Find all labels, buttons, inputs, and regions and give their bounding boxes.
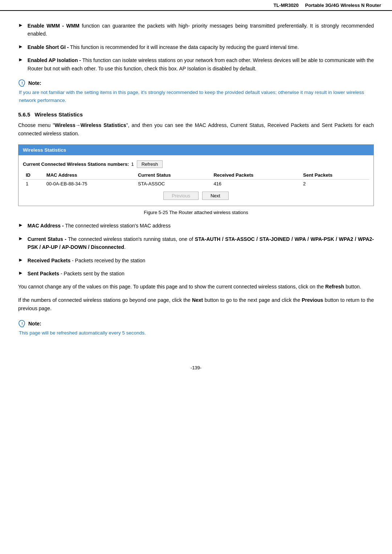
bullet-mac-bold: MAC Address - (28, 223, 64, 229)
bullet-short-gi: ► Enable Short GI - This function is rec… (18, 43, 374, 51)
bullet-text-wmm: Enable WMM - WMM function can guarantee … (28, 22, 374, 38)
bullet-received-packets: ► Received Packets - Packets received by… (18, 257, 374, 264)
bullet-arrow-ap-isolation: ► (18, 57, 23, 62)
previous-button[interactable]: Previous (163, 192, 199, 200)
ws-table-header-row: ID MAC Address Current Status Received P… (23, 171, 369, 180)
note2-icon (18, 320, 26, 328)
header-title: Portable 3G/4G Wireless N Router (305, 3, 381, 8)
bullet-sent-bold: Sent Packets (28, 271, 59, 276)
bullet-sent-packets: ► Sent Packets - Packets sent by the sta… (18, 270, 374, 278)
bullet-mac-address: ► MAC Address - The connected wireless s… (18, 222, 374, 230)
table-cell: 00-0A-EB-88-34-75 (44, 180, 135, 188)
bullet-text-mac: MAC Address - The connected wireless sta… (28, 222, 171, 230)
ws-connected-label: Current Connected Wireless Stations numb… (23, 161, 129, 167)
bullet-arrow-received: ► (18, 257, 23, 263)
ws-col-mac: MAC Address (44, 171, 135, 180)
bullet-wmm-bold: Enable WMM - WMM (28, 23, 79, 29)
svg-point-1 (22, 84, 23, 85)
note1-label: Note: (18, 79, 374, 87)
bullet-current-status: ► Current Status - The connected wireles… (18, 235, 374, 251)
bullet-status-bold: Current Status - (28, 236, 66, 242)
para2: If the numbers of connected wireless sta… (18, 296, 374, 313)
note1-section: Note: If you are not familiar with the s… (18, 79, 374, 104)
bullet-received-bold: Received Packets (28, 258, 70, 263)
ws-nav-row: Previous Next (23, 192, 369, 202)
bullet-short-gi-bold: Enable Short GI - (28, 44, 69, 50)
section-number: 5.6.5 (18, 111, 30, 118)
table-cell: 416 (211, 180, 300, 188)
ws-table: ID MAC Address Current Status Received P… (23, 171, 369, 188)
note1-text: If you are not familiar with the setting… (19, 89, 374, 104)
table-row: 100-0A-EB-88-34-75STA-ASSOC4162 (23, 180, 369, 188)
figure-caption: Figure 5-25 The Router attached wireless… (18, 210, 374, 215)
bullet-arrow-sent: ► (18, 270, 23, 276)
page-header: TL-MR3020 Portable 3G/4G Wireless N Rout… (0, 0, 392, 11)
page-number: -139- (191, 365, 201, 370)
ws-col-received: Received Packets (211, 171, 300, 180)
table-cell: STA-ASSOC (135, 180, 211, 188)
bullet-text-sent: Sent Packets - Packets sent by the stati… (28, 270, 124, 278)
ws-col-status: Current Status (135, 171, 211, 180)
bullet-text-short-gi: Enable Short GI - This function is recom… (28, 43, 299, 51)
ws-connected-count: 1 (131, 161, 134, 167)
note-icon (18, 79, 26, 87)
svg-point-3 (22, 325, 23, 325)
note2-text: This page will be refreshed automaticall… (19, 329, 374, 337)
ws-box-header: Wireless Statistics (19, 145, 373, 155)
bullet-arrow-status: ► (18, 235, 23, 241)
ws-col-id: ID (23, 171, 44, 180)
table-cell: 2 (300, 180, 369, 188)
main-content: ► Enable WMM - WMM function can guarante… (0, 18, 392, 354)
note2-label: Note: (18, 320, 374, 328)
table-cell: 1 (23, 180, 44, 188)
ws-box-inner: Current Connected Wireless Stations numb… (19, 155, 373, 206)
bullet-wmm: ► Enable WMM - WMM function can guarante… (18, 22, 374, 38)
section-heading: 5.6.5 Wireless Statistics (18, 111, 374, 118)
ws-col-sent: Sent Packets (300, 171, 369, 180)
bullet-arrow-short-gi: ► (18, 44, 23, 49)
note2-section: Note: This page will be refreshed automa… (18, 320, 374, 337)
wireless-statistics-box: Wireless Statistics Current Connected Wi… (18, 144, 374, 206)
refresh-button[interactable]: Refresh (137, 160, 163, 168)
header-model: TL-MR3020 (273, 3, 298, 8)
next-button[interactable]: Next (202, 192, 229, 200)
bullet-text-received: Received Packets - Packets received by t… (28, 257, 146, 264)
bullet-ap-isolation-bold: Enabled AP Isolation - (28, 57, 81, 63)
bullet-arrow-mac: ► (18, 222, 23, 228)
para1: You cannot change any of the values on t… (18, 283, 374, 291)
ws-connected-row: Current Connected Wireless Stations numb… (23, 160, 369, 168)
bullet-text-ap-isolation: Enabled AP Isolation - This function can… (28, 56, 374, 73)
page-footer: -139- (0, 365, 392, 370)
bullet-arrow-wmm: ► (18, 22, 23, 28)
section-title: Wireless Statistics (35, 111, 83, 118)
bullet-text-status: Current Status - The connected wireless … (28, 235, 374, 251)
intro-para: Choose menu "Wireless→Wireless Statistic… (18, 121, 374, 138)
bullet-ap-isolation: ► Enabled AP Isolation - This function c… (18, 56, 374, 73)
